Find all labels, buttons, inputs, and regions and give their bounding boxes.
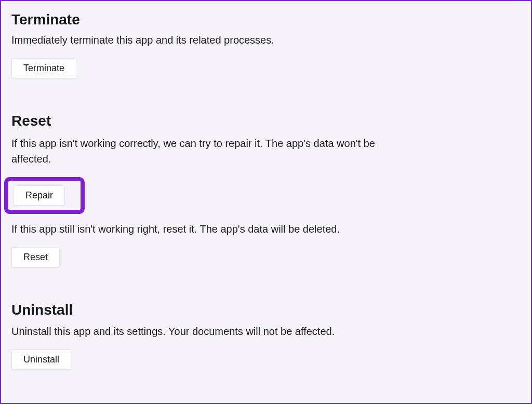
terminate-section: Terminate Immediately terminate this app… [11,11,521,87]
uninstall-button[interactable]: Uninstall [11,349,71,370]
repair-button[interactable]: Repair [14,185,65,206]
settings-panel: Terminate Immediately terminate this app… [1,1,531,388]
reset-section: Reset If this app isn't working correctl… [11,113,521,276]
reset-description: If this app still isn't working right, r… [11,221,375,237]
terminate-description: Immediately terminate this app and its r… [11,32,375,48]
terminate-title: Terminate [11,11,521,28]
uninstall-title: Uninstall [11,302,521,318]
uninstall-description: Uninstall this app and its settings. You… [11,324,375,339]
reset-title: Reset [11,113,521,129]
uninstall-section: Uninstall Uninstall this app and its set… [11,302,521,378]
repair-description: If this app isn't working correctly, we … [11,136,375,167]
repair-highlight: Repair [4,177,85,214]
reset-button[interactable]: Reset [11,247,60,267]
terminate-button[interactable]: Terminate [11,58,76,78]
